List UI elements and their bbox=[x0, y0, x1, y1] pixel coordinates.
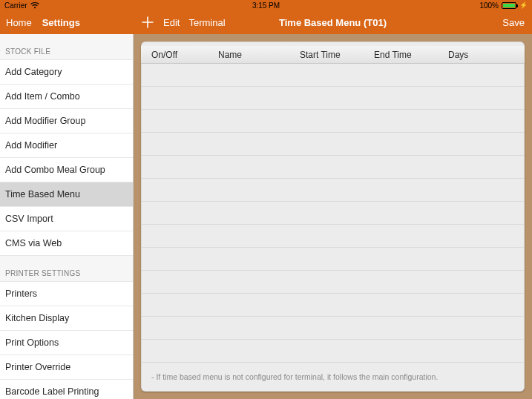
save-button[interactable]: Save bbox=[502, 17, 525, 28]
sidebar-section-header: PRINTER SETTINGS bbox=[0, 256, 133, 281]
nav-right: Edit Terminal Time Based Menu (T01) Save bbox=[134, 16, 532, 29]
table-row bbox=[141, 271, 525, 294]
sidebar-item-cms-via-web[interactable]: CMS via Web bbox=[0, 231, 133, 256]
footer-note: - If time based menu is not configured f… bbox=[141, 365, 525, 392]
col-onoff: On/Off bbox=[151, 50, 218, 60]
table-row bbox=[141, 317, 525, 340]
sidebar-item-add-modifier[interactable]: Add Modifier bbox=[0, 133, 133, 158]
device-root: Carrier 3:15 PM 100% ⚡ Home Settings Edi… bbox=[0, 0, 532, 399]
sidebar-item-printers[interactable]: Printers bbox=[0, 281, 133, 306]
edit-button[interactable]: Edit bbox=[163, 17, 180, 28]
status-bar: Carrier 3:15 PM 100% ⚡ bbox=[0, 0, 532, 10]
home-button[interactable]: Home bbox=[6, 17, 32, 28]
table-row bbox=[141, 294, 525, 317]
sidebar-item-add-category[interactable]: Add Category bbox=[0, 59, 133, 85]
sidebar-item-barcode-label-printing[interactable]: Barcode Label Printing bbox=[0, 380, 133, 399]
sidebar-item-add-item-combo[interactable]: Add Item / Combo bbox=[0, 85, 133, 109]
table-row bbox=[141, 156, 525, 179]
table-row bbox=[141, 133, 525, 156]
battery-percent: 100% bbox=[479, 1, 499, 10]
sidebar-item-printer-override[interactable]: Printer Override bbox=[0, 355, 133, 380]
table-row bbox=[141, 110, 525, 133]
table-row bbox=[141, 340, 525, 363]
body: STOCK FILE Add Category Add Item / Combo… bbox=[0, 34, 532, 399]
charging-icon: ⚡ bbox=[519, 1, 528, 9]
col-start: Start Time bbox=[300, 50, 374, 60]
add-icon[interactable] bbox=[141, 16, 154, 29]
sidebar-item-print-options[interactable]: Print Options bbox=[0, 331, 133, 355]
table-header: On/Off Name Start Time End Time Days bbox=[141, 46, 525, 64]
table-row bbox=[141, 64, 525, 87]
nav-bar: Home Settings Edit Terminal Time Based M… bbox=[0, 10, 532, 34]
status-right: 100% ⚡ bbox=[479, 1, 528, 10]
col-end: End Time bbox=[374, 50, 448, 60]
table-body[interactable] bbox=[141, 64, 525, 365]
status-left: Carrier bbox=[4, 1, 39, 10]
page-title: Time Based Menu (T01) bbox=[279, 17, 387, 28]
battery-icon bbox=[502, 2, 516, 9]
table-row bbox=[141, 202, 525, 225]
carrier-label: Carrier bbox=[4, 1, 27, 10]
col-days: Days bbox=[448, 50, 514, 60]
status-time: 3:15 PM bbox=[252, 1, 280, 10]
wifi-icon bbox=[30, 2, 39, 9]
col-name: Name bbox=[218, 50, 300, 60]
settings-title: Settings bbox=[42, 17, 80, 28]
table-row bbox=[141, 248, 525, 271]
sidebar-item-csv-import[interactable]: CSV Import bbox=[0, 207, 133, 231]
detail-area: On/Off Name Start Time End Time Days bbox=[134, 34, 532, 399]
terminal-button[interactable]: Terminal bbox=[188, 17, 225, 28]
sidebar-item-add-combo-meal-group[interactable]: Add Combo Meal Group bbox=[0, 158, 133, 182]
table-row bbox=[141, 225, 525, 248]
nav-left: Home Settings bbox=[0, 17, 134, 28]
sidebar-item-add-modifier-group[interactable]: Add Modifier Group bbox=[0, 109, 133, 133]
sidebar[interactable]: STOCK FILE Add Category Add Item / Combo… bbox=[0, 34, 134, 399]
table-row bbox=[141, 179, 525, 202]
table-row bbox=[141, 87, 525, 110]
sidebar-item-time-based-menu[interactable]: Time Based Menu bbox=[0, 182, 133, 207]
nav-right-left: Edit Terminal bbox=[141, 16, 226, 29]
sidebar-section-header: STOCK FILE bbox=[0, 34, 133, 59]
sidebar-item-kitchen-display[interactable]: Kitchen Display bbox=[0, 306, 133, 331]
panel: On/Off Name Start Time End Time Days bbox=[141, 42, 525, 392]
